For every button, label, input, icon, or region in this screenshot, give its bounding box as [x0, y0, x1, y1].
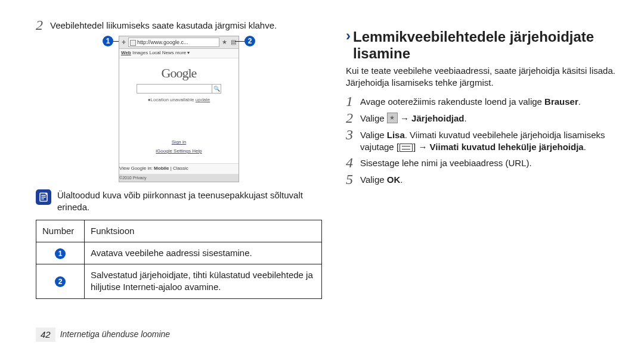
step-text: Veebilehtedel liikumiseks saate kasutada… — [50, 18, 322, 32]
signin-link: Sign in — [119, 139, 239, 146]
step-5: 5 Valige OK. — [346, 172, 620, 186]
browser-screenshot-figure: 1 + http://www.google.c... ★ ▤ Web Image… — [36, 36, 322, 182]
page-number: 42 — [36, 328, 55, 342]
col-header-number: Number — [36, 220, 85, 242]
step-number: 2 — [346, 111, 360, 125]
step-number: 4 — [346, 155, 360, 170]
row2-desc: Salvestatud järjehoidjate, tihti külasta… — [85, 264, 322, 299]
section-heading: › Lemmikveebilehtedele järjehoidjate lis… — [346, 29, 620, 61]
bookmarks-panel-icon: ▤ — [230, 38, 237, 46]
copyright-line: ©2010 Privacy — [119, 174, 239, 182]
menu-icon — [400, 144, 413, 152]
section-name: Internetiga ühenduse loomine — [60, 329, 170, 340]
google-tabs: Web Images Local News more ▾ — [119, 49, 239, 58]
step-text: Valige OK. — [360, 172, 620, 186]
step-text: Valige ★ → Järjehoidjad. — [360, 111, 620, 124]
address-bar: + http://www.google.c... ★ ▤ — [119, 36, 239, 49]
url-field: http://www.google.c... — [128, 38, 219, 47]
badge-1: 1 — [55, 248, 66, 259]
step-1: 1 Avage ooterežiimis rakenduste loend ja… — [346, 94, 620, 108]
callout-2: 2 — [244, 36, 255, 46]
step-text: Avage ooterežiimis rakenduste loend ja v… — [360, 94, 620, 108]
bookmark-icon: ★ — [387, 113, 398, 123]
function-table: Number Funktsioon 1 Avatava veebilehe aa… — [36, 220, 322, 299]
note-icon — [36, 189, 51, 205]
row1-desc: Avatava veebilehe aadressi sisestamine. — [85, 242, 322, 264]
heading-text: Lemmikveebilehtedele järjehoidjate lisam… — [353, 29, 620, 61]
page-icon — [130, 40, 136, 46]
step-2: 2 Valige ★ → Järjehoidjad. — [346, 111, 620, 125]
new-tab-icon: + — [120, 38, 127, 47]
table-row: 2 Salvestatud järjehoidjate, tihti külas… — [36, 264, 322, 299]
google-logo: Google — [119, 64, 239, 82]
view-mode-line: View Google in: Mobile | Classic — [119, 163, 239, 174]
bookmark-button-icon: ★ — [221, 38, 228, 46]
step-text: Sisestage lehe nimi ja veebiaadress (URL… — [360, 155, 620, 169]
step-number: 3 — [346, 127, 360, 142]
step-3: 3 Valige Lisa. Viimati kuvatud veebilehe… — [346, 127, 620, 154]
google-footer-links: iGoogle Settings Help — [119, 148, 239, 155]
google-search-box: 🔍 — [137, 84, 221, 94]
browser-frame: + http://www.google.c... ★ ▤ Web Images … — [119, 36, 239, 182]
callout-line-2 — [235, 41, 244, 42]
location-line: ●Location unavailable update — [119, 97, 239, 104]
page-footer: 42 Internetiga ühenduse loomine — [36, 328, 170, 342]
step-number: 5 — [346, 172, 360, 186]
table-row: 1 Avatava veebilehe aadressi sisestamine… — [36, 242, 322, 264]
callout-1: 1 — [103, 36, 113, 46]
col-header-function: Funktsioon — [85, 220, 322, 242]
search-icon: 🔍 — [212, 85, 221, 93]
step-number: 2 — [36, 18, 50, 32]
url-text: http://www.google.c... — [137, 39, 188, 45]
step-2-left: 2 Veebilehtedel liikumiseks saate kasuta… — [36, 18, 322, 32]
step-number: 1 — [346, 94, 360, 108]
note-block: Ülaltoodud kuva võib piirkonnast ja teen… — [36, 189, 322, 214]
step-text: Valige Lisa. Viimati kuvatud veebilehele… — [360, 127, 620, 154]
badge-2: 2 — [55, 276, 66, 287]
intro-text: Kui te teate veebilehe veebiaadressi, sa… — [346, 65, 620, 89]
note-text: Ülaltoodud kuva võib piirkonnast ja teen… — [57, 189, 322, 214]
chevron-icon: › — [346, 29, 351, 43]
step-4: 4 Sisestage lehe nimi ja veebiaadress (U… — [346, 155, 620, 170]
